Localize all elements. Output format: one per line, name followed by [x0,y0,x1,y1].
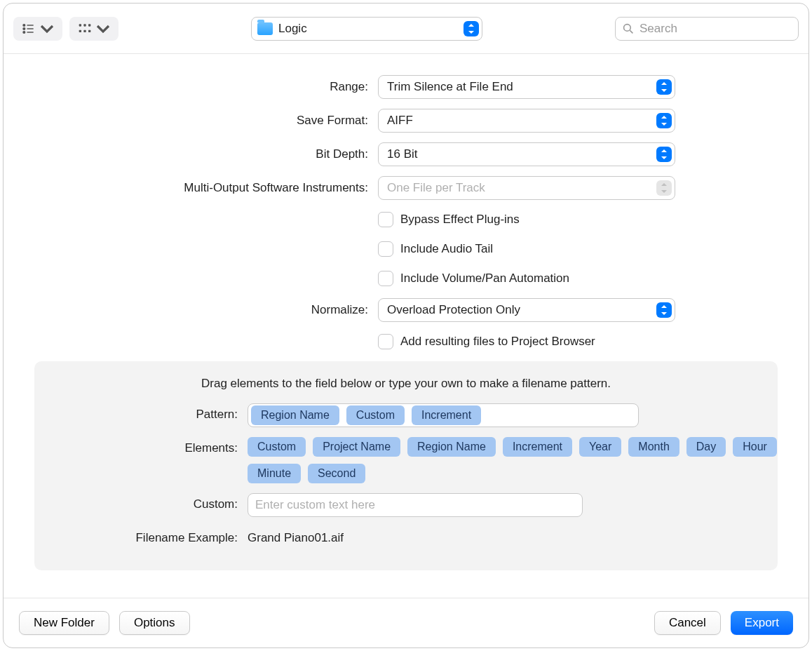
svg-rect-7 [83,24,86,26]
svg-rect-9 [79,29,81,32]
new-folder-button[interactable]: New Folder [19,611,109,635]
svg-line-13 [630,30,632,33]
svg-point-12 [624,24,631,31]
search-icon [623,23,634,34]
example-label: Filename Example: [65,527,248,549]
custom-text-input[interactable] [248,493,583,517]
export-button[interactable]: Export [731,611,793,635]
options-button[interactable]: Options [119,611,190,635]
add-to-browser-label: Add resulting files to Project Browser [400,332,595,351]
element-token[interactable]: Year [579,437,621,457]
folder-icon [257,22,273,35]
pattern-label: Pattern: [65,403,248,426]
multiout-select: One File per Track [378,176,675,200]
element-token[interactable]: Custom [248,437,306,457]
multiout-label: Multi-Output Software Instruments: [34,176,378,200]
format-label: Save Format: [34,109,378,133]
location-popup[interactable]: Logic [251,17,482,41]
toolbar: Logic [4,4,808,54]
export-dialog: Logic Range: Trim Silence at File End Sa… [3,3,809,648]
svg-point-4 [23,31,25,33]
list-bullets-icon [22,22,36,36]
bypass-checkbox[interactable] [378,212,393,227]
search-input[interactable] [638,21,791,36]
view-list-button[interactable] [13,17,62,41]
range-select[interactable]: Trim Silence at File End [378,75,675,99]
bitdepth-label: Bit Depth: [34,142,378,166]
view-grid-button[interactable] [69,17,119,41]
bypass-label: Bypass Effect Plug-ins [400,210,520,229]
volpan-checkbox[interactable] [378,271,393,286]
location-name: Logic [278,22,458,36]
add-to-browser-checkbox[interactable] [378,334,393,349]
format-select[interactable]: AIFF [378,109,675,133]
pattern-field[interactable]: Region Name Custom Increment [248,403,639,427]
filename-pattern-panel: Drag elements to the field below or type… [34,361,778,570]
svg-rect-10 [83,29,86,32]
pattern-token[interactable]: Region Name [251,405,339,425]
chevron-down-icon [40,22,54,36]
element-token[interactable]: Project Name [313,437,400,457]
element-token[interactable]: Hour [733,437,777,457]
dialog-footer: New Folder Options Cancel Export [4,598,808,647]
bitdepth-select[interactable]: 16 Bit [378,142,675,166]
svg-point-0 [23,24,25,26]
element-token[interactable]: Increment [503,437,572,457]
chevron-down-icon [96,22,110,36]
search-field[interactable] [615,17,799,41]
svg-rect-11 [88,29,90,32]
element-token[interactable]: Month [628,437,679,457]
custom-label: Custom: [65,493,248,516]
pattern-token[interactable]: Custom [346,405,405,425]
element-token[interactable]: Day [686,437,726,457]
cancel-button[interactable]: Cancel [654,611,721,635]
svg-rect-6 [79,24,81,26]
element-token[interactable]: Region Name [407,437,496,457]
grid-icon [78,22,92,36]
elements-pool: Custom Project Name Region Name Incremen… [248,437,780,483]
range-label: Range: [34,75,378,99]
pattern-hint: Drag elements to the field below or type… [65,377,747,391]
svg-point-2 [23,27,25,29]
element-token[interactable]: Minute [248,464,301,483]
volpan-label: Include Volume/Pan Automation [400,269,569,288]
normalize-label: Normalize: [34,298,378,322]
element-token[interactable]: Second [308,464,365,483]
pattern-token[interactable]: Increment [412,405,481,425]
dialog-body: Range: Trim Silence at File End Save For… [4,54,808,598]
audio-tail-label: Include Audio Tail [400,239,493,259]
example-value: Grand Piano01.aif [248,527,747,549]
elements-label: Elements: [65,437,248,459]
audio-tail-checkbox[interactable] [378,241,393,257]
normalize-select[interactable]: Overload Protection Only [378,298,675,322]
svg-rect-8 [88,24,90,26]
updown-arrows-icon [463,21,479,36]
